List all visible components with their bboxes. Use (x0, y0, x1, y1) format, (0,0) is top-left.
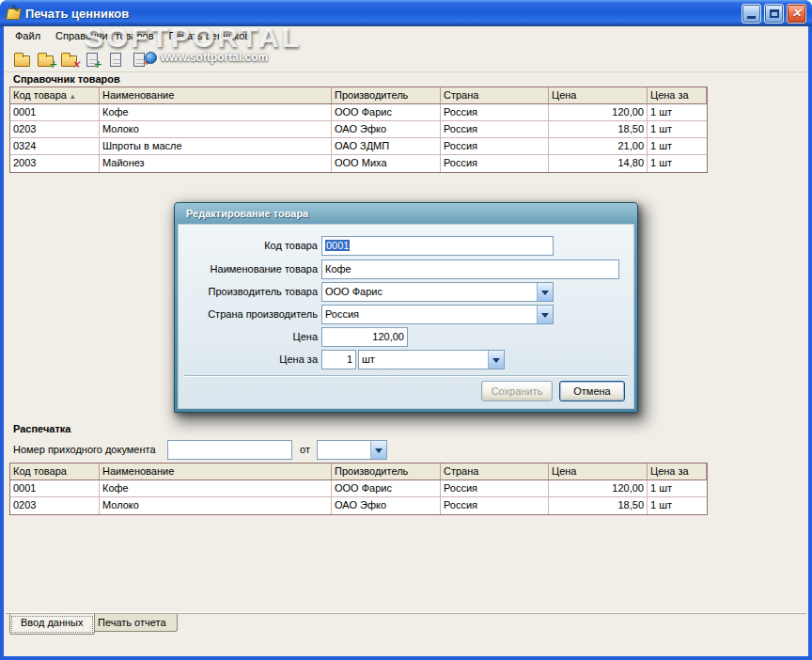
column-header[interactable]: Страна (441, 464, 549, 480)
selected-text: 0001 (325, 240, 350, 251)
table-cell[interactable]: Россия (441, 104, 549, 121)
table-cell[interactable]: ОАО Эфко (332, 497, 441, 514)
close-button[interactable]: ✕ (787, 4, 806, 24)
menu-products-catalog[interactable]: Справочник товаров (48, 27, 162, 44)
column-header[interactable]: Страна (441, 87, 549, 104)
app-window: Печать ценников ✕ Файл Справочник товаро… (0, 0, 812, 660)
producer-combo[interactable]: ООО Фарис (321, 282, 554, 302)
copy-doc-button[interactable] (104, 49, 127, 71)
tab-data-entry[interactable]: Ввод данных (9, 614, 95, 635)
maximize-button[interactable] (764, 4, 784, 24)
column-header[interactable]: Производитель (332, 87, 441, 104)
table-cell[interactable]: 1 шт (648, 497, 707, 514)
dropdown-arrow-icon[interactable] (370, 441, 386, 459)
table-cell[interactable]: ООО Фарис (332, 480, 441, 497)
table-cell[interactable]: 0001 (10, 480, 100, 497)
menu-file[interactable]: Файл (8, 27, 48, 44)
table-cell[interactable]: Россия (441, 497, 549, 514)
table-row[interactable]: 0001КофеООО ФарисРоссия120,001 шт (10, 104, 707, 121)
client-area: Файл Справочник товаров Печать ценников … (4, 26, 808, 656)
table-cell[interactable]: ОАО Эфко (332, 121, 441, 138)
quantity-input[interactable]: 1 (321, 350, 356, 369)
titlebar[interactable]: Печать ценников ✕ (0, 0, 812, 26)
window-title: Печать ценников (25, 7, 739, 21)
table-cell[interactable]: 1 шт (648, 480, 707, 497)
table-cell[interactable]: Молоко (100, 497, 332, 514)
table-cell[interactable]: 1 шт (648, 104, 707, 121)
column-header[interactable]: Цена (549, 87, 648, 104)
table-header-row: Код товара▴НаименованиеПроизводительСтра… (10, 87, 707, 104)
tab-print-report[interactable]: Печать отчета (86, 614, 178, 632)
dropdown-arrow-icon[interactable] (488, 351, 504, 369)
tab-label: Печать отчета (98, 617, 166, 628)
table-cell[interactable]: Молоко (100, 121, 332, 138)
price-label: Цена (179, 327, 318, 347)
table-cell[interactable]: 0324 (10, 138, 100, 155)
name-input[interactable]: Кофе (321, 259, 619, 279)
table-cell[interactable]: Кофе (100, 480, 332, 497)
table-cell[interactable]: 18,50 (549, 497, 648, 514)
minimize-button[interactable] (742, 4, 761, 24)
table-cell[interactable]: Россия (441, 480, 549, 497)
table-cell[interactable]: Россия (441, 155, 549, 172)
table-cell[interactable]: 120,00 (549, 480, 648, 497)
table-cell[interactable]: 0203 (10, 121, 100, 138)
import-folder-button[interactable]: + (34, 49, 56, 71)
table-cell[interactable]: Россия (441, 138, 549, 155)
column-header[interactable]: Наименование (100, 464, 332, 480)
unit-combo[interactable]: шт (358, 350, 505, 369)
code-input[interactable]: 0001 (321, 236, 554, 256)
export-folder-button[interactable]: × (57, 49, 80, 71)
column-header[interactable]: Код товара (10, 464, 100, 480)
products-table: Код товара▴НаименованиеПроизводительСтра… (9, 86, 708, 173)
country-combo[interactable]: Россия (321, 305, 554, 324)
table-cell[interactable]: ООО Фарис (332, 104, 441, 121)
price-input[interactable]: 120,00 (321, 327, 408, 347)
table-cell[interactable]: 2003 (10, 155, 100, 172)
new-doc-button[interactable]: * (128, 49, 150, 71)
table-cell[interactable]: ОАО ЗДМП (332, 138, 441, 155)
minimize-icon (747, 16, 756, 19)
table-cell[interactable]: 0203 (10, 497, 100, 514)
table-row[interactable]: 0324Шпроты в маслеОАО ЗДМПРоссия21,001 ш… (10, 138, 707, 155)
column-header[interactable]: Цена за (648, 87, 707, 104)
export-folder-icon: × (61, 55, 77, 67)
dialog-title[interactable]: Редактирование товара (175, 203, 637, 224)
column-header[interactable]: Наименование (100, 87, 332, 104)
table-cell[interactable]: 18,50 (549, 121, 648, 138)
table-cell[interactable]: Кофе (100, 104, 332, 121)
column-header[interactable]: Цена за (648, 464, 707, 480)
open-folder-icon (14, 55, 30, 67)
menu-print-tags[interactable]: Печать ценников (162, 27, 258, 44)
table-cell[interactable]: 120,00 (549, 104, 648, 121)
cancel-button[interactable]: Отмена (559, 381, 625, 401)
table-cell[interactable]: 1 шт (648, 121, 707, 138)
table-cell[interactable]: Шпроты в масле (100, 138, 332, 155)
dropdown-arrow-icon[interactable] (537, 306, 553, 323)
column-header[interactable]: Код товара▴ (10, 87, 100, 104)
table-cell[interactable]: 0001 (10, 104, 100, 121)
save-button[interactable]: Сохранить (481, 381, 553, 401)
table-cell[interactable]: 14,80 (549, 155, 648, 172)
open-folder-button[interactable] (10, 49, 33, 71)
table-row[interactable]: 2003МайонезООО МихаРоссия14,801 шт (10, 155, 707, 172)
table-cell[interactable]: ООО Миха (332, 155, 441, 172)
add-doc-button[interactable]: + (81, 49, 103, 71)
toolbar: +×+* (4, 45, 808, 72)
table-cell[interactable]: 21,00 (549, 138, 648, 155)
table-cell[interactable]: 1 шт (648, 155, 707, 172)
table-cell[interactable]: Майонез (100, 155, 332, 172)
table-row[interactable]: 0203МолокоОАО ЭфкоРоссия18,501 шт (10, 121, 707, 138)
table-row[interactable]: 0001КофеООО ФарисРоссия120,001 шт (10, 480, 707, 497)
country-combo-value: Россия (322, 306, 553, 323)
doc-number-input[interactable] (167, 440, 292, 460)
dialog-separator (184, 375, 628, 377)
table-cell[interactable]: 1 шт (648, 138, 707, 155)
dropdown-arrow-icon[interactable] (537, 283, 553, 301)
country-label: Страна производитель (179, 305, 318, 324)
from-combo[interactable] (317, 440, 387, 460)
table-row[interactable]: 0203МолокоОАО ЭфкоРоссия18,501 шт (10, 497, 707, 514)
column-header[interactable]: Производитель (332, 464, 441, 480)
column-header[interactable]: Цена (549, 464, 648, 480)
table-cell[interactable]: Россия (441, 121, 549, 138)
